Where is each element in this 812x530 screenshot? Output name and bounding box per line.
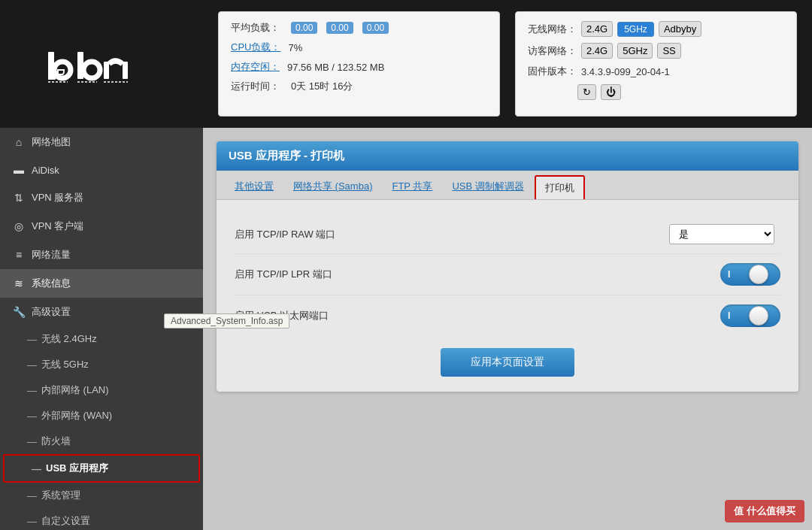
panel-title: USB 应用程序 - 打印机 xyxy=(229,149,344,162)
sidebar-label-wireless-24: 无线 2.4GHz xyxy=(41,332,97,346)
uptime-row: 运行时间： 0天 15时 16分 xyxy=(231,80,487,93)
lpr-toggle-label: I xyxy=(728,269,730,280)
tab-usb-modem[interactable]: USB 调制解调器 xyxy=(443,175,532,199)
tcp-ip-raw-label: 启用 TCP/IP RAW 端口 xyxy=(235,228,669,241)
cpu-link[interactable]: CPU负载： xyxy=(231,41,280,54)
svg-rect-4 xyxy=(104,62,109,79)
guest-5ghz-btn[interactable]: 5GHz xyxy=(617,43,653,59)
svg-point-3 xyxy=(83,62,100,78)
content-area: USB 应用程序 - 打印机 其他设置 网络共享 (Samba) FTP 共享 … xyxy=(203,128,812,530)
power-btn[interactable]: ⏻ xyxy=(601,84,621,100)
sidebar-label-wan: 外部网络 (WAN) xyxy=(41,409,112,422)
sidebar-item-network-traffic[interactable]: ≡ 网络流量 xyxy=(0,241,203,269)
sidebar-item-vpn-server[interactable]: ⇅ VPN 服务器 xyxy=(0,183,203,212)
sidebar-sub-wireless-5[interactable]: — 无线 5GHz xyxy=(0,352,203,377)
usb-ethernet-row: 启用 USB 以太网端口 I xyxy=(235,295,780,336)
apply-button[interactable]: 应用本页面设置 xyxy=(441,348,574,377)
guest-ss-btn[interactable]: SS xyxy=(657,43,680,59)
tab-ftp[interactable]: FTP 共享 xyxy=(383,175,441,199)
sidebar-label-vpn-server: VPN 服务器 xyxy=(32,191,83,204)
main-layout: ⌂ 网络地图 ▬ AiDisk ⇅ VPN 服务器 ◎ VPN 客户端 ≡ 网络… xyxy=(0,128,812,530)
panel-body: 启用 TCP/IP RAW 端口 是 否 启用 TCP/IP LPR 端口 xyxy=(217,200,798,392)
wrench-icon: 🔧 xyxy=(12,306,26,318)
load-val-3: 0.00 xyxy=(362,22,389,34)
mem-link[interactable]: 内存空闲： xyxy=(231,60,280,74)
tcp-ip-lpr-row: 启用 TCP/IP LPR 端口 I xyxy=(235,254,780,295)
sidebar-label-network-traffic: 网络流量 xyxy=(32,248,71,262)
guest-row: 访客网络： 2.4G 5GHz SS xyxy=(528,43,784,59)
sidebar-label-network-map: 网络地图 xyxy=(32,135,71,149)
load-val-1: 0.00 xyxy=(291,22,317,34)
dash-icon-3: — xyxy=(27,385,37,396)
tcp-ip-raw-select[interactable]: 是 否 xyxy=(669,224,774,244)
sidebar-sub-wireless-24[interactable]: — 无线 2.4GHz xyxy=(0,326,203,352)
usb-ethernet-control: I xyxy=(720,304,780,327)
firmware-label: 固件版本： xyxy=(528,65,577,78)
usb-ethernet-toggle[interactable]: I xyxy=(720,304,780,327)
logo-area xyxy=(0,0,203,128)
lpr-toggle-knob xyxy=(749,265,768,284)
sidebar-sub-usb-app[interactable]: — USB 应用程序 xyxy=(3,454,200,483)
traffic-icon: ≡ xyxy=(12,249,26,261)
sidebar-item-vpn-client[interactable]: ◎ VPN 客户端 xyxy=(0,212,203,241)
uptime-label: 运行时间： xyxy=(231,80,283,93)
tcp-ip-lpr-control: I xyxy=(720,263,780,286)
eth-toggle-knob xyxy=(749,306,768,326)
sidebar-label-aidisk: AiDisk xyxy=(32,165,59,176)
guest-label: 访客网络： xyxy=(528,44,577,58)
sidebar-sub-lan[interactable]: — 内部网络 (LAN) xyxy=(0,377,203,403)
tcp-ip-raw-row: 启用 TCP/IP RAW 端口 是 否 xyxy=(235,215,780,254)
panel-header: USB 应用程序 - 打印机 xyxy=(217,141,798,171)
tab-other-settings[interactable]: 其他设置 xyxy=(226,175,283,199)
load-val-2: 0.00 xyxy=(326,22,353,34)
tcp-ip-lpr-label: 启用 TCP/IP LPR 端口 xyxy=(235,268,720,281)
sidebar-sub-wan[interactable]: — 外部网络 (WAN) xyxy=(0,403,203,429)
mem-value: 97.56 MB / 123.52 MB xyxy=(287,62,384,73)
sidebar-label-advanced: 高级设置 xyxy=(32,305,71,319)
sidebar-sub-custom[interactable]: — 自定义设置 xyxy=(0,508,203,530)
dash-icon-2: — xyxy=(27,359,37,371)
sidebar-item-aidisk[interactable]: ▬ AiDisk xyxy=(0,156,203,183)
usb-ethernet-label: 启用 USB 以太网端口 xyxy=(235,309,720,323)
globe-icon: ◎ xyxy=(12,220,26,232)
vpn-server-icon: ⇅ xyxy=(12,192,26,204)
sidebar-label-sys-mgmt: 系统管理 xyxy=(41,489,80,502)
sidebar-item-system-info[interactable]: ≋ 系统信息 xyxy=(0,269,203,298)
tab-samba[interactable]: 网络共享 (Samba) xyxy=(284,175,381,199)
sidebar-label-custom: 自定义设置 xyxy=(41,514,90,528)
dash-icon-8: — xyxy=(27,516,37,527)
watermark-badge: 值 什么值得买 xyxy=(725,500,804,522)
wireless-adbyby-btn[interactable]: Adbyby xyxy=(659,21,701,37)
guest-24g-btn[interactable]: 2.4G xyxy=(581,43,613,59)
tcp-ip-lpr-toggle[interactable]: I xyxy=(720,263,780,286)
tab-printer[interactable]: 打印机 xyxy=(535,175,585,199)
sidebar-label-firewall: 防火墙 xyxy=(41,435,71,448)
refresh-btn[interactable]: ↻ xyxy=(577,84,596,100)
sidebar-label-vpn-client: VPN 客户端 xyxy=(32,220,83,233)
firmware-value: 3.4.3.9-099_20-04-1 xyxy=(581,66,670,77)
avg-load-label: 平均负载： xyxy=(231,21,283,35)
sidebar-sub-sys-mgmt[interactable]: — 系统管理 xyxy=(0,483,203,508)
home-icon: ⌂ xyxy=(12,136,26,148)
avg-load-row: 平均负载： 0.00 0.00 0.00 xyxy=(231,21,487,35)
sidebar-label-system-info: 系统信息 xyxy=(32,277,71,290)
uptime-value: 0天 15时 16分 xyxy=(291,80,353,93)
sidebar-sub-firewall[interactable]: — 防火墙 xyxy=(0,429,203,454)
wireless-5ghz-btn[interactable]: 5GHz xyxy=(617,22,654,37)
wireless-24g-btn[interactable]: 2.4G xyxy=(581,21,613,37)
wireless-label: 无线网络： xyxy=(528,23,577,36)
cpu-row: CPU负载： 7% xyxy=(231,41,487,54)
sidebar-label-usb-app: USB 应用程序 xyxy=(46,462,108,475)
page-url-tooltip: Advanced_System_Info.asp xyxy=(164,313,289,329)
dash-icon-6: — xyxy=(32,463,41,474)
sidebar-label-wireless-5: 无线 5GHz xyxy=(41,358,89,371)
usb-printer-panel: USB 应用程序 - 打印机 其他设置 网络共享 (Samba) FTP 共享 … xyxy=(217,141,798,392)
cpu-value: 7% xyxy=(288,42,302,53)
dash-icon-4: — xyxy=(27,410,37,422)
top-bar: 平均负载： 0.00 0.00 0.00 CPU负载： 7% 内存空闲： 97.… xyxy=(0,0,812,128)
firmware-row: 固件版本： 3.4.3.9-099_20-04-1 xyxy=(528,65,784,78)
sidebar-item-network-map[interactable]: ⌂ 网络地图 xyxy=(0,128,203,156)
top-info: 平均负载： 0.00 0.00 0.00 CPU负载： 7% 内存空闲： 97.… xyxy=(203,0,812,128)
sidebar: ⌂ 网络地图 ▬ AiDisk ⇅ VPN 服务器 ◎ VPN 客户端 ≡ 网络… xyxy=(0,128,203,530)
wireless-row: 无线网络： 2.4G 5GHz Adbyby xyxy=(528,21,784,37)
